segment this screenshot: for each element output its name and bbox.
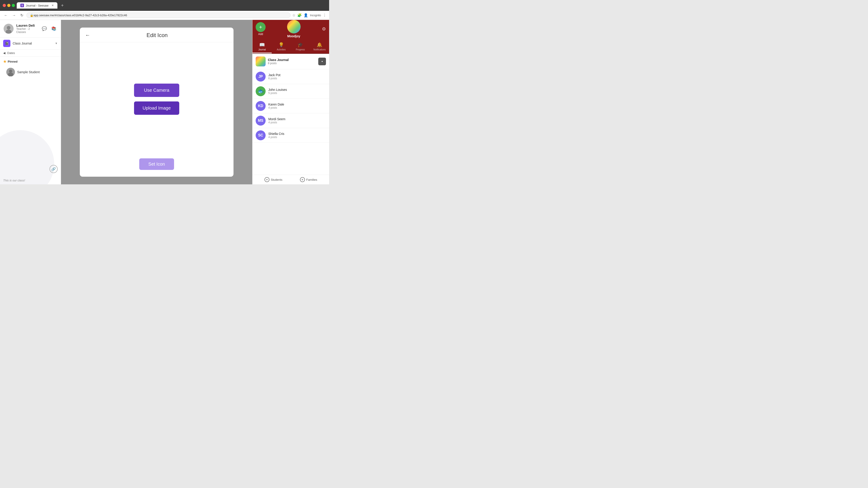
decorative-circle [0, 130, 54, 184]
dates-label: Dates [7, 51, 15, 55]
modal-body: Use Camera Upload Image [80, 42, 234, 156]
right-header: + Add Moodjoy ⚙ [252, 20, 329, 40]
nav-item-notifications[interactable]: 🔔 Notifications [310, 40, 329, 53]
link-icon[interactable]: 🔗 [50, 165, 58, 173]
date-nav: ◀ Dates [0, 50, 61, 57]
use-camera-button[interactable]: Use Camera [134, 84, 179, 97]
modal-back-button[interactable]: ← [85, 32, 93, 38]
student-journal-john-louises[interactable]: 🐟 John Louises 5 posts [252, 84, 329, 99]
mordi-seem-avatar: MS [256, 116, 266, 126]
karen-dale-name: Karen Dale [268, 103, 326, 106]
tab-close-button[interactable]: ✕ [52, 4, 54, 7]
families-plus-icon: + [300, 177, 305, 182]
user-header: Lauren Deli Teacher - 2 Classes 💬 📚 [0, 20, 61, 37]
url-bar[interactable]: 🔒 app.seesaw.me/#/class/class.e01bf4c2-9… [26, 12, 290, 18]
nav-item-journal[interactable]: 📖 Journal [252, 40, 272, 53]
svg-point-1 [7, 26, 10, 30]
add-button[interactable]: + [256, 22, 266, 32]
add-label: Add [258, 33, 263, 36]
sidebar-item-sample-student[interactable]: Sample Student [3, 66, 58, 78]
svg-point-4 [9, 70, 12, 73]
left-sidebar: Lauren Deli Teacher - 2 Classes 💬 📚 📓 Cl… [0, 20, 61, 184]
forward-button[interactable]: → [11, 12, 17, 18]
url-text: app.seesaw.me/#/class/class.e01bf4c2-9a2… [33, 13, 127, 17]
students-footer-button[interactable]: + Students [265, 177, 282, 182]
john-louises-avatar: 🐟 [256, 86, 266, 96]
families-footer-button[interactable]: + Families [300, 177, 317, 182]
date-prev-button[interactable]: ◀ [3, 51, 5, 55]
minimize-window-button[interactable] [7, 4, 10, 7]
progress-nav-icon: 🎓 [298, 42, 303, 47]
journal-action-button[interactable]: ▪ [318, 58, 326, 65]
bookmark-icon[interactable]: ☆ [292, 13, 296, 18]
jack-pot-posts: 6 posts [268, 77, 326, 80]
tab-favicon: S [20, 4, 24, 7]
jack-pot-info: Jack Pot 6 posts [268, 73, 326, 80]
mordi-seem-name: Mordi Seem [268, 117, 326, 121]
traffic-lights [3, 4, 15, 7]
student-journal-shiella-cris[interactable]: SC Shiella Cris 4 posts [252, 128, 329, 143]
class-journal-item[interactable]: Class Journal 8 posts ▪ [252, 54, 329, 69]
class-selector[interactable]: 📓 Class Journal ▼ [0, 37, 61, 50]
shiella-cris-info: Shiella Cris 4 posts [268, 132, 326, 139]
back-button[interactable]: ← [3, 12, 9, 18]
activities-nav-icon: 💡 [278, 42, 284, 47]
tab-label: Journal - Seesaw [26, 4, 49, 7]
right-sidebar: + Add Moodjoy ⚙ 📖 Journal 💡 Activitie [252, 20, 329, 184]
main-content: ← Edit Icon Use Camera Upload Image Set … [61, 20, 252, 184]
class-chevron-icon: ▼ [55, 42, 58, 45]
progress-nav-label: Progress [296, 48, 305, 51]
sample-student-avatar [6, 68, 15, 76]
right-nav: 📖 Journal 💡 Activities 🎓 Progress 🔔 Noti… [252, 40, 329, 54]
incognito-label: Incognito [310, 14, 321, 17]
header-brand: + Add Moodjoy ⚙ [252, 20, 329, 40]
close-window-button[interactable] [3, 4, 6, 7]
john-louises-info: John Louises 5 posts [268, 88, 326, 95]
profile-icon[interactable]: 👤 [304, 13, 308, 18]
class-journal-title: Class Journal [268, 58, 316, 62]
student-journal-karen-dale[interactable]: KD Karen Dale 4 posts [252, 99, 329, 113]
add-container: + Add [256, 22, 266, 36]
notifications-nav-icon: 🔔 [317, 42, 322, 47]
students-footer-label: Students [271, 178, 282, 182]
library-button[interactable]: 📚 [51, 25, 57, 32]
browser-tab[interactable]: S Journal - Seesaw ✕ [17, 2, 57, 8]
maximize-window-button[interactable] [12, 4, 15, 7]
menu-icon[interactable]: ⋮ [323, 13, 327, 18]
upload-image-button[interactable]: Upload Image [134, 101, 179, 115]
john-louises-name: John Louises [268, 88, 326, 92]
students-plus-icon: + [265, 177, 270, 182]
messages-button[interactable]: 💬 [41, 25, 48, 32]
nav-item-activities[interactable]: 💡 Activities [272, 40, 291, 53]
mordi-seem-info: Mordi Seem 4 posts [268, 117, 326, 124]
reload-button[interactable]: ↻ [19, 12, 25, 18]
new-tab-button[interactable]: + [59, 3, 66, 8]
class-name: Class Journal [13, 41, 53, 45]
karen-dale-info: Karen Dale 4 posts [268, 103, 326, 109]
settings-button[interactable]: ⚙ [322, 26, 326, 32]
mascot-name: Moodjoy [287, 34, 301, 38]
karen-dale-posts: 4 posts [268, 106, 326, 109]
lock-icon: 🔒 [30, 13, 33, 17]
user-info: Lauren Deli Teacher - 2 Classes [16, 24, 38, 34]
sample-student-name: Sample Student [17, 70, 40, 74]
student-journal-jack-pot[interactable]: JP Jack Pot 6 posts [252, 69, 329, 84]
shiella-cris-name: Shiella Cris [268, 132, 326, 135]
john-louises-posts: 5 posts [268, 92, 326, 95]
extensions-icon[interactable]: 🧩 [297, 13, 302, 18]
class-journal-thumb [256, 57, 266, 66]
class-journal-posts: 8 posts [268, 62, 316, 65]
karen-dale-avatar: KD [256, 101, 266, 111]
student-journal-mordi-seem[interactable]: MS Mordi Seem 4 posts [252, 113, 329, 128]
families-footer-label: Families [306, 178, 317, 182]
modal-overlay[interactable]: ← Edit Icon Use Camera Upload Image Set … [61, 20, 252, 184]
set-icon-button[interactable]: Set Icon [139, 158, 174, 170]
this-class-text: This is our class! [3, 179, 25, 182]
class-icon: 📓 [3, 40, 10, 47]
nav-item-progress[interactable]: 🎓 Progress [291, 40, 310, 53]
jack-pot-avatar: JP [256, 72, 266, 82]
jack-pot-name: Jack Pot [268, 73, 326, 77]
modal-title: Edit Icon [93, 32, 228, 38]
modal-header: ← Edit Icon [80, 28, 234, 42]
class-journal-info: Class Journal 8 posts [268, 58, 316, 65]
